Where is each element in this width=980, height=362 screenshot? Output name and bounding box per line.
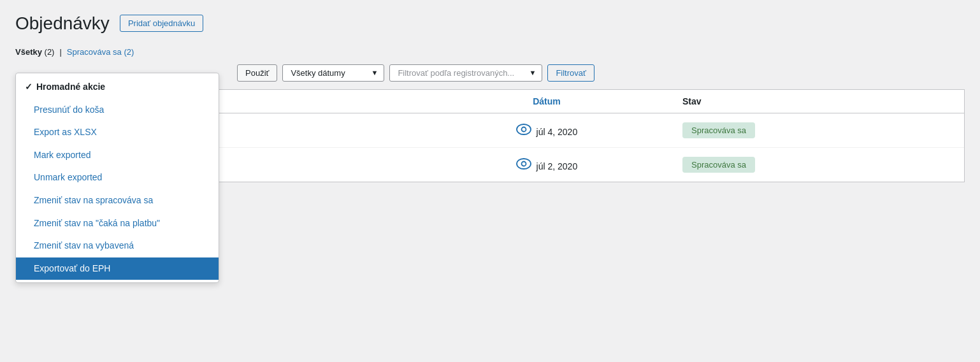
- registered-select[interactable]: Filtrovať podľa registrovaných...: [389, 64, 542, 82]
- svg-point-2: [517, 159, 531, 169]
- row1-status-badge: Spracováva sa: [682, 122, 755, 138]
- row2-eye-icon[interactable]: [516, 158, 531, 170]
- filter-tab-separator: |: [59, 47, 61, 57]
- row2-status-badge: Spracováva sa: [682, 157, 755, 173]
- dropdown-item-mark-exported[interactable]: Mark exported: [16, 144, 219, 167]
- dropdown-header[interactable]: ✓ Hromadné akcie: [16, 76, 219, 99]
- dropdown-item-unmark-exported[interactable]: Unmark exported: [16, 166, 219, 189]
- header-status: Stav: [682, 96, 954, 106]
- toolbar: ✓ Hromadné akcie Presunúť do koša Export…: [15, 64, 965, 82]
- svg-point-3: [521, 161, 526, 166]
- date-select[interactable]: Všetky dátumy: [282, 64, 384, 82]
- filter-tabs: Všetky (2) | Spracováva sa (2): [15, 47, 965, 57]
- checkmark-icon: ✓: [25, 81, 32, 94]
- row1-date: júl 4, 2020: [411, 124, 682, 137]
- dropdown-item-status-processing[interactable]: Zmeniť stav na spracováva sa: [16, 189, 219, 212]
- row1-status: Spracováva sa: [682, 122, 954, 138]
- dropdown-item-trash[interactable]: Presunúť do koša: [16, 99, 219, 122]
- apply-button[interactable]: Použiť: [237, 64, 277, 82]
- add-order-button[interactable]: Pridať objednávku: [120, 15, 203, 32]
- bulk-actions-dropdown[interactable]: ✓ Hromadné akcie Presunúť do koša Export…: [15, 73, 219, 283]
- dropdown-item-export-eph[interactable]: Exportovať do EPH: [16, 257, 219, 280]
- page-header: Objednávky Pridať objednávku: [15, 13, 965, 34]
- dropdown-item-status-waiting[interactable]: Zmeniť stav na "čaká na platbu": [16, 212, 219, 235]
- filter-tab-all[interactable]: Všetky (2): [15, 47, 54, 57]
- filter-tab-processing[interactable]: Spracováva sa (2): [67, 47, 134, 57]
- row2-status: Spracováva sa: [682, 157, 954, 173]
- date-select-wrapper: Všetky dátumy ▼: [282, 64, 384, 82]
- dropdown-item-xlsx[interactable]: Export as XLSX: [16, 121, 219, 144]
- registered-select-wrapper: Filtrovať podľa registrovaných... ▼: [389, 64, 542, 82]
- svg-point-1: [521, 127, 526, 131]
- page-wrapper: Objednávky Pridať objednávku Všetky (2) …: [0, 0, 980, 362]
- header-date: Dátum: [411, 96, 682, 106]
- row1-eye-icon[interactable]: [516, 124, 531, 135]
- page-title: Objednávky: [15, 13, 110, 34]
- row2-date: júl 2, 2020: [411, 158, 682, 171]
- svg-point-0: [517, 124, 531, 134]
- dropdown-item-status-done[interactable]: Zmeniť stav na vybavená: [16, 235, 219, 257]
- filter-button[interactable]: Filtrovať: [547, 64, 594, 82]
